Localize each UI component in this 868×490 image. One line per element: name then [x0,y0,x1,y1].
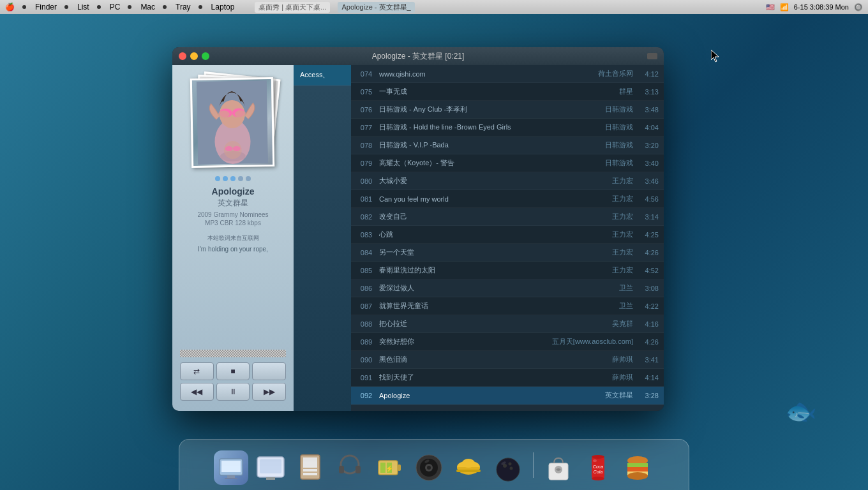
pause-button[interactable]: ⏸ [216,383,250,401]
dock-item-apple-store[interactable] [541,450,576,485]
track-item-16[interactable]: 090黑色泪滴薛帅琪3:41 [351,351,664,369]
track-item-0[interactable]: 074www.qishi.com荷土音乐网4:12 [351,65,664,83]
close-button[interactable] [179,52,186,60]
menu-tray[interactable]: Tray [176,3,191,11]
dock-item-7[interactable] [491,450,525,485]
tab-player[interactable]: Apologize - 英文群星_ [338,2,414,13]
track-title-12: 爱深过做人 [379,283,549,293]
track-item-8[interactable]: 082改变自己王力宏3:14 [351,208,664,226]
track-item-6[interactable]: 080大城小爱王力宏3:46 [351,172,664,190]
track-source-2: 日韩游戏 [549,105,638,114]
track-source-16: 薛帅琪 [549,355,638,364]
dot5 [163,5,167,9]
stop-button[interactable]: ■ [216,362,250,380]
progress-area: ⇄ ■ ◀◀ ⏸ [180,350,286,401]
track-source-0: 荷土音乐网 [549,69,638,78]
song-album: 2009 Grammy Nominees [197,211,268,218]
blank-button[interactable] [252,362,286,380]
track-duration-8: 3:14 [638,213,661,221]
menu-laptop[interactable]: Laptop [211,3,235,11]
track-source-11: 王力宏 [549,265,638,275]
dock-item-3[interactable] [333,450,367,485]
tab-desktop[interactable]: 桌面秀 | 桌面天下桌... [255,2,330,13]
track-source-12: 卫兰 [549,283,638,293]
track-item-2[interactable]: 076日韩游戏 - Any Club -李孝利日韩游戏3:48 [351,101,664,119]
track-item-5[interactable]: 079高耀太（Koyote）- 警告日韩游戏3:40 [351,154,664,172]
svg-point-49 [592,477,604,480]
track-source-18: 英文群星 [549,390,638,400]
track-num-18: 092 [354,392,379,399]
titlebar-buttons [179,52,209,60]
track-num-11: 085 [354,267,379,274]
track-num-3: 077 [354,124,379,131]
dock-item-6[interactable] [451,450,486,485]
minimize-button[interactable] [190,52,198,60]
track-num-17: 091 [354,374,379,382]
track-item-7[interactable]: 081Can you feel my world王力宏4:56 [351,190,664,208]
menu-list[interactable]: List [77,3,89,11]
track-title-18: Apologize [379,392,549,399]
track-title-5: 高耀太（Koyote）- 警告 [379,158,549,168]
svg-rect-15 [227,475,235,478]
dock-item-2[interactable] [293,450,327,485]
track-title-6: 大城小爱 [379,176,549,186]
shuffle-button[interactable]: ⇄ [180,362,214,380]
menu-mac[interactable]: Mac [140,3,155,11]
apple-menu[interactable]: 🍎 [5,3,15,11]
dot4 [128,5,131,9]
lyrics-note: 本站歌词来自互联网 [207,234,259,242]
wifi-icon: 📶 [780,3,789,11]
progress-bar[interactable] [180,350,286,357]
dock-item-0[interactable] [214,450,248,485]
track-duration-14: 4:16 [638,320,661,328]
dock-item-4[interactable]: ⚡ [372,450,407,485]
menu-extra: 🔘 [854,3,863,11]
playlist-scroll[interactable]: 074www.qishi.com荷土音乐网4:12075一事无成群星3:1307… [351,65,664,411]
track-item-9[interactable]: 083心跳王力宏4:25 [351,226,664,244]
track-title-14: 把心拉近 [379,319,549,329]
track-duration-15: 4:26 [638,338,661,346]
nav-item-access[interactable]: Access、 [294,65,351,85]
track-source-9: 王力宏 [549,230,638,239]
track-num-1: 075 [354,88,379,96]
dock-item-burger[interactable] [620,450,655,485]
track-title-17: 找到天使了 [379,373,549,382]
svg-point-43 [509,467,513,470]
track-item-14[interactable]: 088把心拉近吴克群4:16 [351,315,664,333]
svg-rect-38 [456,470,481,472]
svg-rect-14 [221,461,241,472]
next-button[interactable]: ▶▶ [252,383,286,401]
dock-separator [533,452,534,478]
menu-finder[interactable]: Finder [35,3,57,11]
dock-item-5[interactable] [412,450,446,485]
track-item-17[interactable]: 091找到天使了薛帅琪4:14 [351,369,664,387]
track-source-1: 群星 [549,87,638,96]
track-item-15[interactable]: 089突然好想你五月天[www.aosclub.com]4:26 [351,333,664,351]
menu-pc[interactable]: PC [110,3,121,11]
titlebar-grip [647,53,657,59]
desktop: Apologize - 英文群星 [0:21] [0,14,868,490]
dock: ⚡ [179,439,689,490]
track-item-18[interactable]: 092Apologize英文群星3:28 [351,387,664,405]
track-item-12[interactable]: 086爱深过做人卫兰3:08 [351,279,664,297]
svg-point-48 [592,455,604,459]
track-num-5: 079 [354,160,379,167]
track-title-7: Can you feel my world [379,195,549,203]
dock-item-1[interactable] [253,450,288,485]
dot3 [97,5,101,9]
track-item-11[interactable]: 085春雨里洗过的太阳王力宏4:52 [351,262,664,279]
track-item-1[interactable]: 075一事无成群星3:13 [351,83,664,101]
track-item-3[interactable]: 077日韩游戏 - Hold the line -Brown Eyed Girl… [351,119,664,137]
maximize-button[interactable] [202,52,209,60]
track-item-10[interactable]: 084另一个天堂王力宏4:26 [351,244,664,262]
svg-text:Cola: Cola [593,470,602,474]
stop-icon: ■ [230,367,235,376]
album-art-inner [192,79,273,166]
dock-item-cocacola[interactable]: Coca Cola [581,450,615,485]
track-item-4[interactable]: 078日韩游戏 - V.I.P -Bada日韩游戏3:20 [351,137,664,154]
prev-button[interactable]: ◀◀ [180,383,214,401]
svg-rect-26 [355,466,361,473]
time-date: 6-15 3:08:39 Mon [794,3,849,11]
song-title: Apologize [212,186,255,197]
track-item-13[interactable]: 087就算世界无童话卫兰4:22 [351,297,664,315]
